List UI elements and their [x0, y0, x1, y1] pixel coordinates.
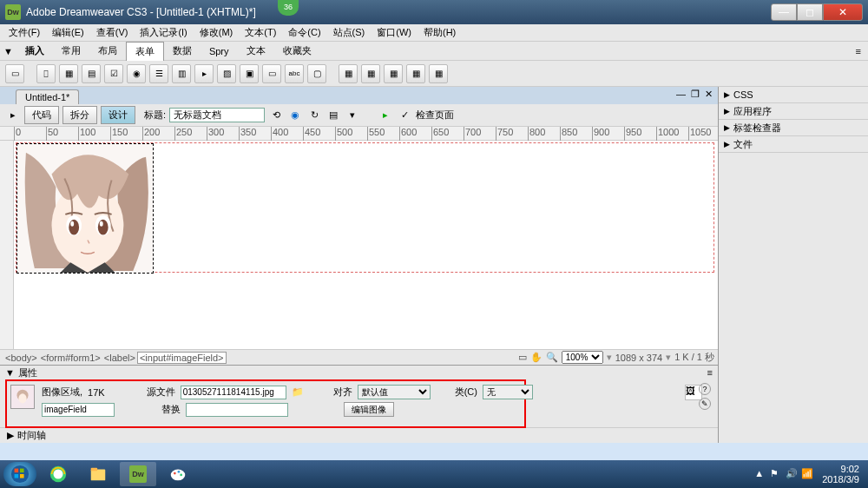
form-tool-label[interactable]: abc [285, 64, 304, 83]
tray-icon[interactable]: ⚑ [770, 468, 782, 480]
form-tool-file[interactable]: ▣ [240, 64, 259, 83]
zoom-tool-icon[interactable]: 🔍 [546, 352, 558, 363]
doc-tool-file-icon[interactable]: ▤ [326, 108, 341, 123]
check-page-label[interactable]: 检查页面 [416, 109, 454, 122]
doc-minimize-icon[interactable]: — [676, 89, 686, 100]
form-tool-spry3[interactable]: ▦ [384, 64, 403, 83]
tray-clock[interactable]: 9:02 2018/3/9 [822, 464, 859, 485]
folder-icon[interactable]: 📁 [292, 386, 304, 398]
tag-body[interactable]: <body> [3, 353, 39, 363]
doc-tool-check2-icon[interactable]: ✓ [397, 108, 412, 123]
svg-rect-14 [15, 474, 19, 478]
tray-icon[interactable]: 📶 [801, 468, 813, 480]
view-design-button[interactable]: 设计 [101, 106, 135, 124]
menu-insert[interactable]: 插入记录(I) [135, 24, 192, 41]
prop-align-select[interactable]: 默认值 [358, 385, 431, 399]
menu-modify[interactable]: 修改(M) [194, 24, 239, 41]
horizontal-ruler: 0501001502002503003504004505005506006507… [0, 127, 718, 141]
tray-icon[interactable]: ▲ [754, 468, 766, 480]
form-tool-form[interactable]: ▭ [5, 64, 24, 83]
prop-alt-input[interactable] [186, 403, 288, 417]
menu-site[interactable]: 站点(S) [328, 24, 371, 41]
taskbar-explorer-icon[interactable] [80, 462, 116, 486]
title-input[interactable] [169, 108, 265, 122]
doc-tool-view-icon[interactable]: ▾ [345, 108, 360, 123]
menu-edit[interactable]: 编辑(E) [47, 24, 89, 41]
form-tool-checkbox[interactable]: ☑ [104, 64, 123, 83]
panel-files[interactable]: ▶文件 [719, 136, 868, 152]
form-tool-spry1[interactable]: ▦ [339, 64, 358, 83]
selected-image-field[interactable] [16, 143, 154, 274]
close-button[interactable]: ✕ [823, 3, 863, 21]
menu-text[interactable]: 文本(T) [240, 24, 281, 41]
insert-tab-spry[interactable]: Spry [201, 43, 238, 59]
form-tool-textarea[interactable]: ▤ [82, 64, 101, 83]
form-tool-image[interactable]: ▨ [217, 64, 236, 83]
tag-label[interactable]: <label> [102, 353, 137, 363]
menu-file[interactable]: 文件(F) [3, 24, 45, 41]
form-tool-radio[interactable]: ◉ [127, 64, 146, 83]
prop-src-input[interactable] [181, 386, 286, 399]
form-tool-fieldset[interactable]: ▢ [307, 64, 326, 83]
view-code-button[interactable]: 代码 [24, 106, 59, 124]
tray-icon[interactable]: 🔊 [786, 468, 798, 480]
doc-restore-icon[interactable]: ❐ [691, 89, 700, 100]
doc-tool-check1-icon[interactable]: ▸ [378, 108, 393, 123]
form-tool-hidden[interactable]: ▦ [59, 64, 78, 83]
doc-options-icon[interactable]: ▸ [5, 108, 21, 123]
doc-close-icon[interactable]: ✕ [705, 89, 713, 100]
insert-tab-layout[interactable]: 布局 [89, 42, 126, 60]
taskbar-ie-icon[interactable] [40, 462, 76, 486]
form-tool-list[interactable]: ▥ [172, 64, 191, 83]
form-tool-textfield[interactable]: ⌷ [36, 64, 56, 83]
document-tab[interactable]: Untitled-1* [16, 89, 79, 104]
view-split-button[interactable]: 拆分 [62, 106, 97, 124]
doc-tool-refresh-icon[interactable]: ↻ [306, 108, 322, 123]
minimize-button[interactable]: — [771, 3, 797, 21]
menu-window[interactable]: 窗口(W) [372, 24, 417, 41]
menu-view[interactable]: 查看(V) [91, 24, 134, 41]
properties-collapse-icon[interactable]: ▼ [5, 367, 15, 378]
menu-commands[interactable]: 命令(C) [283, 24, 326, 41]
design-canvas[interactable] [14, 141, 718, 349]
doc-tool-globe-icon[interactable]: ◉ [287, 108, 303, 123]
edit-image-button[interactable]: 编辑图像 [344, 402, 394, 417]
maximize-button[interactable]: ◻ [797, 3, 823, 21]
insert-menu-arrow[interactable]: ▼ [0, 46, 16, 56]
panel-css-label: CSS [733, 89, 753, 100]
doc-tool-1-icon[interactable]: ⟲ [268, 108, 284, 123]
prop-class-select[interactable]: 无 [483, 385, 533, 399]
menu-help[interactable]: 帮助(H) [418, 24, 461, 41]
form-tool-spry4[interactable]: ▦ [406, 64, 425, 83]
hand-tool-icon[interactable]: ✋ [530, 352, 542, 363]
taskbar-dreamweaver-icon[interactable]: Dw [120, 462, 156, 486]
tag-input[interactable]: <input#imageField> [137, 352, 227, 364]
insert-tab-favorites[interactable]: 收藏夹 [274, 42, 320, 60]
timeline-bar[interactable]: ▶ 时间轴 [0, 427, 718, 443]
form-tool-radiogroup[interactable]: ☰ [149, 64, 168, 83]
panel-css[interactable]: ▶CSS [719, 87, 868, 102]
properties-menu-icon[interactable]: ≡ [707, 367, 713, 378]
insert-tab-text[interactable]: 文本 [238, 42, 274, 60]
form-tool-jump[interactable]: ▸ [194, 64, 214, 83]
insert-tab-data[interactable]: 数据 [164, 42, 201, 60]
tag-form[interactable]: <form#form1> [39, 353, 102, 363]
panel-application[interactable]: ▶应用程序 [719, 103, 868, 119]
pointer-tool-icon[interactable]: ▭ [518, 352, 527, 363]
property-thumbnail [10, 385, 35, 409]
taskbar-paint-icon[interactable] [160, 462, 196, 486]
insert-tab-forms[interactable]: 表单 [126, 42, 164, 61]
quick-tag-icon[interactable]: ✎ [699, 398, 711, 410]
start-button[interactable] [3, 462, 36, 486]
insert-tab-common[interactable]: 常用 [53, 42, 89, 60]
zoom-select[interactable]: 100% [562, 351, 603, 364]
prop-id-input[interactable] [42, 403, 115, 417]
form-tool-button[interactable]: ▭ [262, 64, 281, 83]
help-icon[interactable]: ? [699, 383, 711, 395]
form-tool-spry5[interactable]: ▦ [429, 64, 448, 83]
timeline-collapse-icon[interactable]: ▶ [7, 430, 14, 441]
panel-tag-inspector[interactable]: ▶标签检查器 [719, 120, 868, 135]
properties-panel: ▼ 属性 ≡ 图像区域, 17K 源文件 📁 对齐 默认值 [0, 365, 718, 427]
insert-expand-icon[interactable]: ≡ [849, 46, 868, 56]
form-tool-spry2[interactable]: ▦ [361, 64, 380, 83]
